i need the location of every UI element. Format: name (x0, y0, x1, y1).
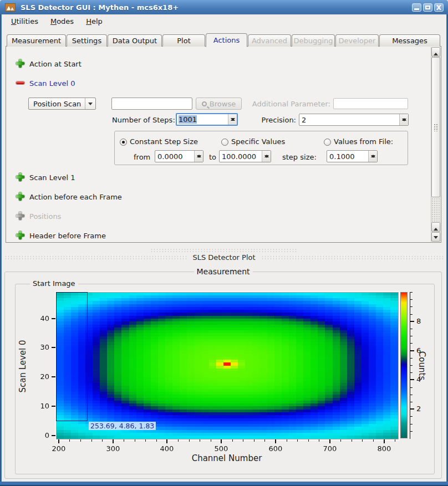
actions-panel: Action at Start Scan Level 0 Position Sc… (6, 46, 441, 243)
action-at-start-label[interactable]: Action at Start (29, 60, 82, 68)
scroll-up-button[interactable] (431, 47, 440, 57)
tab-actions[interactable]: Actions (206, 33, 247, 47)
positions-label: Positions (29, 212, 61, 221)
to-spinbox[interactable]: 100.0000 (219, 150, 271, 162)
add-icon[interactable] (16, 59, 24, 68)
minimize-button[interactable] (412, 3, 421, 12)
x-minor-tick (254, 439, 254, 442)
y-axis-label: Scan Level 0 (18, 325, 28, 408)
spinner-arrows[interactable] (399, 114, 408, 125)
menu-modes[interactable]: Modes (44, 16, 80, 27)
x-minor-tick (200, 439, 200, 442)
titlebar[interactable]: SLS Detector GUI : Mythen - mcs6x18+ X (0, 0, 448, 14)
heatmap-canvas[interactable] (56, 292, 399, 439)
spinner-arrows[interactable] (228, 114, 237, 125)
tab-advanced[interactable]: Advanced (248, 34, 291, 47)
colorbar-tick-label: 4 (416, 375, 427, 383)
add-icon[interactable] (16, 173, 24, 181)
scrollbar-thumb[interactable] (431, 57, 440, 197)
x-minor-tick (308, 439, 309, 442)
colorbar-minor-tick (410, 299, 413, 300)
x-tick-label: 200 (48, 444, 70, 453)
x-minor-tick (211, 439, 211, 442)
actions-scroll-content: Action at Start Scan Level 0 Position Sc… (6, 47, 431, 242)
y-tick-label: 0 (35, 431, 49, 439)
number-of-steps-label: Number of Steps: (112, 116, 174, 124)
tab-plot[interactable]: Plot (162, 34, 205, 47)
add-icon[interactable] (16, 192, 24, 201)
x-tick-label: 800 (373, 444, 395, 453)
tab-measurement[interactable]: Measurement (7, 34, 66, 47)
tab-debugging[interactable]: Debugging (292, 34, 335, 47)
add-icon[interactable] (16, 231, 24, 239)
add-icon-disabled (16, 212, 24, 220)
colorbar-tick (410, 379, 414, 380)
specific-values-radio[interactable] (221, 139, 228, 146)
zoom-selection-rect[interactable] (56, 292, 88, 421)
action-before-frame-label[interactable]: Action before each Frame (29, 193, 122, 201)
menu-help[interactable]: Help (80, 16, 109, 27)
menu-utilities[interactable]: Utilities (5, 16, 44, 27)
number-of-steps-spinbox[interactable]: 1001 (176, 113, 238, 126)
splitter-grip[interactable] (150, 248, 298, 252)
splitter-label: SLS Detector Plot (192, 253, 255, 262)
precision-label: Precision: (260, 116, 296, 124)
window-border-bottom (0, 482, 448, 486)
values-from-file-label[interactable]: Values from File: (334, 137, 393, 146)
scan-level-0-label[interactable]: Scan Level 0 (29, 79, 75, 88)
x-tick (166, 439, 167, 443)
constant-step-label[interactable]: Constant Step Size (130, 137, 198, 146)
precision-spinbox[interactable]: 2 (299, 114, 409, 126)
scan-mode-select[interactable]: Position Scan (28, 98, 96, 110)
measurement-group-title: Measurement (194, 267, 252, 276)
vertical-scrollbar[interactable] (431, 47, 440, 242)
x-minor-tick (352, 439, 352, 442)
colorbar-tick-label: 6 (416, 346, 427, 355)
step-size-spinbox[interactable]: 0.1000 (327, 150, 378, 162)
values-from-file-radio[interactable] (324, 139, 331, 146)
colorbar-minor-tick (410, 329, 413, 329)
from-label: from (134, 153, 150, 161)
x-minor-tick (156, 439, 157, 442)
tab-messages[interactable]: Messages (379, 34, 440, 47)
spinner-arrows[interactable] (368, 151, 377, 162)
colorbar-minor-tick (410, 387, 413, 388)
spinner-arrows[interactable] (194, 151, 203, 162)
x-tick (58, 439, 59, 443)
browse-button-label: Browse (210, 100, 236, 108)
tab-data-output[interactable]: Data Output (108, 34, 162, 47)
colorbar-minor-tick (410, 358, 413, 359)
plot-splitter-handle[interactable]: SLS Detector Plot (2, 246, 446, 265)
spinner-arrows[interactable] (262, 151, 271, 162)
y-tick-label: 20 (35, 372, 49, 381)
x-minor-tick (69, 439, 70, 442)
menubar: UtilitiesModesHelp (2, 14, 446, 28)
number-of-steps-value: 1001 (179, 115, 197, 124)
scan-script-input[interactable] (111, 98, 192, 110)
to-label: to (209, 153, 216, 161)
scan-level-1-label[interactable]: Scan Level 1 (29, 173, 75, 182)
tab-developer[interactable]: Developer (335, 34, 379, 47)
x-minor-tick (178, 439, 179, 442)
x-minor-tick (232, 439, 233, 442)
tab-settings[interactable]: Settings (67, 34, 107, 47)
header-before-frame-label[interactable]: Header before Frame (29, 232, 106, 240)
x-minor-tick (264, 439, 265, 442)
step-size-label: step size: (282, 153, 317, 161)
additional-parameter-input[interactable] (333, 98, 408, 109)
x-minor-tick (340, 439, 341, 442)
colorbar-minor-tick (410, 402, 413, 402)
scroll-down-button[interactable] (431, 232, 440, 242)
specific-values-label[interactable]: Specific Values (231, 137, 285, 146)
remove-icon[interactable] (16, 79, 24, 87)
close-button[interactable]: X (434, 3, 444, 12)
additional-parameter-label: Additional Parameter: (245, 100, 330, 108)
y-tick (52, 435, 55, 436)
browse-button[interactable]: Browse (196, 98, 242, 110)
tab-bar: MeasurementSettingsData OutputPlotAction… (7, 33, 441, 47)
from-spinbox[interactable]: 0.0000 (155, 150, 203, 162)
scroll-up-button-bottom[interactable] (431, 222, 440, 232)
maximize-button[interactable] (423, 3, 432, 12)
to-value: 100.0000 (222, 152, 256, 161)
constant-step-radio[interactable] (120, 139, 127, 146)
